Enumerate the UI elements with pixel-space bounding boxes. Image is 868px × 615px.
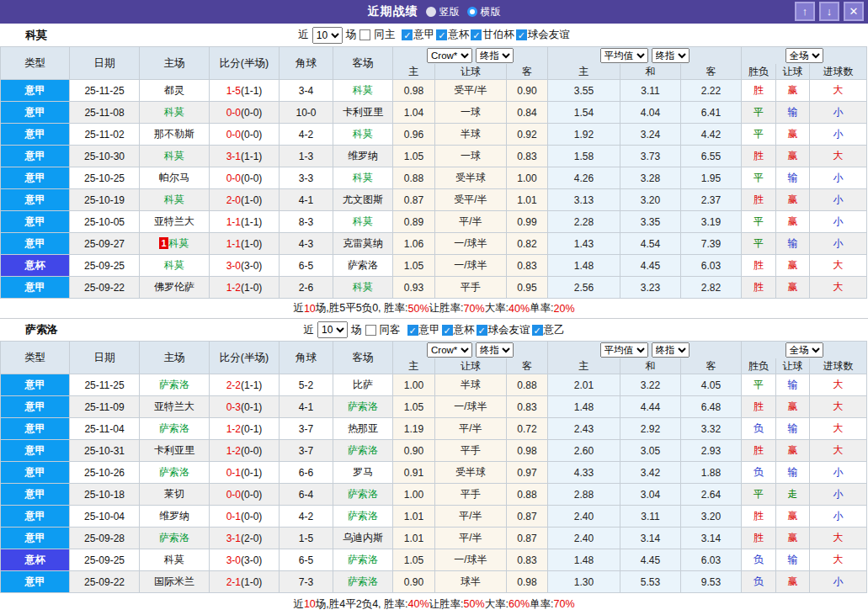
home-team-name[interactable]: 帕尔马 xyxy=(159,172,189,183)
col-header-corners: 角球 xyxy=(280,342,333,374)
move-up-button[interactable]: ↑ xyxy=(795,2,815,21)
recent-count-select[interactable]: 10 xyxy=(312,27,343,44)
away-team-name[interactable]: 科莫 xyxy=(353,281,373,293)
home-team-name[interactable]: 萨索洛 xyxy=(159,466,189,478)
away-team-name[interactable]: 卡利亚里 xyxy=(343,106,383,118)
away-team-name[interactable]: 萨索洛 xyxy=(348,444,378,456)
away-team-name[interactable]: 科莫 xyxy=(353,128,373,140)
league-checkbox[interactable]: ✓ xyxy=(532,325,543,336)
home-team-name[interactable]: 科莫 xyxy=(164,106,184,118)
home-team-name[interactable]: 萨索洛 xyxy=(159,532,189,543)
col-header-type: 类型 xyxy=(1,342,70,374)
cell-corners: 6-4 xyxy=(280,484,333,506)
cell-ah-home-odds: 0.87 xyxy=(393,189,435,211)
league-checkbox[interactable]: ✓ xyxy=(436,29,447,40)
home-team-name[interactable]: 那不勒斯 xyxy=(154,128,194,140)
euro-time-select[interactable]: 终指 xyxy=(652,342,690,358)
away-team-name[interactable]: 萨索洛 xyxy=(348,488,378,500)
cell-match-type: 意甲 xyxy=(1,189,70,211)
scope-select[interactable]: 全场 xyxy=(785,342,823,358)
league-checkbox[interactable]: ✓ xyxy=(442,325,453,336)
radio-vertical-layout[interactable]: 竖版 xyxy=(426,5,460,19)
close-button[interactable]: ✕ xyxy=(844,2,864,21)
halftime-score: (1-1) xyxy=(241,151,262,162)
home-team-name[interactable]: 科莫 xyxy=(169,237,189,249)
away-team-name[interactable]: 萨索洛 xyxy=(348,554,378,565)
away-team-name[interactable]: 乌迪内斯 xyxy=(343,532,383,543)
away-team-name[interactable]: 比萨 xyxy=(353,379,373,390)
home-team-name[interactable]: 莱切 xyxy=(164,488,184,500)
same-venue-checkbox[interactable] xyxy=(359,29,370,40)
away-team-name[interactable]: 科莫 xyxy=(353,215,373,227)
cell-corners: 4-2 xyxy=(280,124,333,146)
home-team-name[interactable]: 科莫 xyxy=(164,194,184,205)
same-venue-checkbox[interactable] xyxy=(365,325,376,336)
away-team-name[interactable]: 萨索洛 xyxy=(348,575,378,587)
odds-company-select[interactable]: Crow* xyxy=(427,48,472,63)
cell-corners: 1-5 xyxy=(280,528,333,549)
summary-segment: 40% xyxy=(509,303,530,315)
away-team-name[interactable]: 科莫 xyxy=(353,172,373,183)
cell-away-team: 科莫 xyxy=(333,124,393,146)
radio-selected-icon[interactable] xyxy=(426,7,436,17)
summary-segment: 场,胜4平2负4, 胜率: xyxy=(316,597,408,612)
odds-time-select[interactable]: 终指 xyxy=(476,48,514,63)
cell-away-team: 科莫 xyxy=(333,211,393,233)
col-header-away: 客场 xyxy=(333,342,393,374)
asian-odds-dropdowns: Crow*终指 xyxy=(393,342,548,358)
radio-vertical-label: 竖版 xyxy=(439,5,460,19)
away-team-name[interactable]: 热那亚 xyxy=(348,422,378,434)
home-team-name[interactable]: 国际米兰 xyxy=(154,575,194,587)
away-team-name[interactable]: 科莫 xyxy=(353,84,373,96)
cell-away-team: 萨索洛 xyxy=(333,571,393,593)
scope-select[interactable]: 全场 xyxy=(785,48,823,63)
away-team-name[interactable]: 克雷莫纳 xyxy=(343,237,383,249)
fulltime-score: 0-0 xyxy=(226,172,241,184)
cell-home-team: 都灵 xyxy=(140,80,210,102)
league-checkbox[interactable]: ✓ xyxy=(516,29,527,40)
home-team-name[interactable]: 亚特兰大 xyxy=(154,400,194,412)
home-team-name[interactable]: 卡利亚里 xyxy=(154,444,194,456)
away-team-name[interactable]: 罗马 xyxy=(353,466,373,478)
league-checkbox[interactable]: ✓ xyxy=(477,325,487,336)
home-team-name[interactable]: 都灵 xyxy=(164,84,184,96)
summary-segment: 70% xyxy=(554,598,575,610)
match-row: 意甲25-10-05亚特兰大1-1(1-1)8-3科莫0.89平/半0.992.… xyxy=(1,211,867,233)
home-team-name[interactable]: 佛罗伦萨 xyxy=(154,281,194,293)
col-header-corners: 角球 xyxy=(280,47,333,80)
cell-ah-home-odds: 0.93 xyxy=(393,277,435,299)
match-row: 意甲25-09-28萨索洛3-1(2-0)1-5乌迪内斯1.01平/半0.872… xyxy=(1,528,867,549)
odds-time-select[interactable]: 终指 xyxy=(476,342,514,358)
league-checkbox[interactable]: ✓ xyxy=(471,29,482,40)
euro-company-select[interactable]: 平均值 xyxy=(600,342,648,358)
home-team-name[interactable]: 维罗纳 xyxy=(159,510,189,522)
league-checkbox[interactable]: ✓ xyxy=(407,325,418,336)
home-team-name[interactable]: 萨索洛 xyxy=(159,379,189,390)
euro-time-select[interactable]: 终指 xyxy=(652,48,690,63)
euro-company-select[interactable]: 平均值 xyxy=(600,48,648,63)
move-down-button[interactable]: ↓ xyxy=(819,2,839,21)
cell-result: 平 xyxy=(742,102,776,124)
away-team-name[interactable]: 萨索洛 xyxy=(348,259,378,271)
cell-corners: 10-0 xyxy=(280,102,333,124)
away-team-name[interactable]: 萨索洛 xyxy=(348,510,378,522)
home-team-name[interactable]: 科莫 xyxy=(164,554,184,565)
cell-eu-away-odds: 1.88 xyxy=(681,462,742,484)
away-team-name[interactable]: 尤文图斯 xyxy=(343,194,383,205)
home-team-name[interactable]: 科莫 xyxy=(164,150,184,162)
home-team-name[interactable]: 科莫 xyxy=(164,259,184,271)
odds-company-select[interactable]: Crow* xyxy=(427,342,472,358)
away-team-name[interactable]: 维罗纳 xyxy=(348,150,378,162)
home-team-name[interactable]: 萨索洛 xyxy=(159,422,189,434)
col-header-goals: 进球数 xyxy=(810,64,867,80)
cell-away-team: 萨索洛 xyxy=(333,506,393,528)
cell-ah-result: 赢 xyxy=(776,277,810,299)
away-team-name[interactable]: 萨索洛 xyxy=(348,400,378,412)
radio-horizontal-layout[interactable]: 横版 xyxy=(467,5,501,19)
recent-count-select[interactable]: 10 xyxy=(317,321,348,338)
radio-unselected-icon[interactable] xyxy=(467,7,477,17)
fulltime-score: 0-1 xyxy=(226,511,241,522)
home-team-name[interactable]: 亚特兰大 xyxy=(154,215,194,227)
league-checkbox[interactable]: ✓ xyxy=(402,29,413,40)
cell-goals-result: 小 xyxy=(810,189,867,211)
